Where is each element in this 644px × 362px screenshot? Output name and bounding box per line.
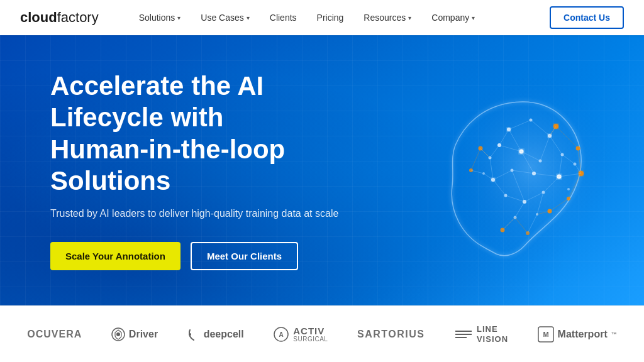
hero-section: Accelerate the AI Lifecycle with Human-i… — [0, 35, 644, 305]
client-matterport: M Matterport ™ — [538, 326, 617, 343]
client-sartorius: SARTORIUS — [357, 329, 425, 340]
meet-clients-button[interactable]: Meet Our Clients — [191, 242, 298, 270]
chevron-down-icon: ▾ — [177, 14, 180, 21]
scale-annotation-button[interactable]: Scale Your Annotation — [50, 242, 180, 270]
svg-text:A: A — [279, 331, 284, 338]
nav-item-company[interactable]: Company ▾ — [421, 0, 485, 35]
matterport-icon: M — [538, 326, 554, 343]
nav-item-use-cases[interactable]: Use Cases ▾ — [191, 0, 259, 35]
client-linevision: LINE VISION — [454, 324, 508, 344]
logo-cloud: cloud — [20, 9, 57, 26]
linevision-icon — [454, 327, 473, 341]
chevron-down-icon: ▾ — [472, 14, 475, 21]
nav-item-pricing[interactable]: Pricing — [307, 0, 354, 35]
chevron-down-icon: ▾ — [247, 14, 250, 21]
hero-content: Accelerate the AI Lifecycle with Human-i… — [0, 70, 377, 271]
nav-item-clients[interactable]: Clients — [260, 0, 307, 35]
nav-item-solutions[interactable]: Solutions ▾ — [129, 0, 191, 35]
deepcell-icon — [187, 327, 200, 341]
driver-shield-icon — [111, 327, 125, 341]
svg-text:M: M — [543, 331, 548, 338]
contact-button[interactable]: Contact Us — [550, 6, 624, 29]
client-activ: A ACTIV SURGICAL — [273, 326, 328, 343]
client-driver: Driver — [111, 327, 158, 341]
svg-point-73 — [189, 333, 191, 336]
hero-subtitle: Trusted by AI leaders to deliver high-qu… — [50, 208, 377, 219]
navbar: cloudfactory Solutions ▾ Use Cases ▾ Cli… — [0, 0, 644, 35]
logo[interactable]: cloudfactory — [20, 9, 99, 26]
svg-point-20 — [567, 188, 570, 190]
ocuvera-logo-text: OCUVERA — [27, 329, 82, 340]
clients-bar: OCUVERA Driver deepcell A ACTIV SURGICAL… — [0, 305, 644, 362]
sartorius-logo-text: SARTORIUS — [357, 329, 425, 340]
client-deepcell: deepcell — [187, 327, 244, 341]
chevron-down-icon: ▾ — [408, 14, 411, 21]
hero-illustration — [405, 48, 619, 293]
nav-links: Solutions ▾ Use Cases ▾ Clients Pricing … — [129, 0, 486, 35]
hero-title: Accelerate the AI Lifecycle with Human-i… — [50, 70, 377, 197]
svg-point-0 — [449, 73, 613, 261]
nav-item-resources[interactable]: Resources ▾ — [353, 0, 421, 35]
deepcell-logo-text: deepcell — [204, 329, 244, 340]
client-ocuvera: OCUVERA — [27, 329, 82, 340]
driver-logo-text: Driver — [129, 329, 158, 340]
activ-icon: A — [273, 326, 289, 343]
logo-factory: factory — [57, 9, 99, 26]
hero-buttons: Scale Your Annotation Meet Our Clients — [50, 242, 377, 270]
svg-point-72 — [116, 332, 120, 336]
matterport-logo-text: Matterport — [558, 329, 608, 340]
